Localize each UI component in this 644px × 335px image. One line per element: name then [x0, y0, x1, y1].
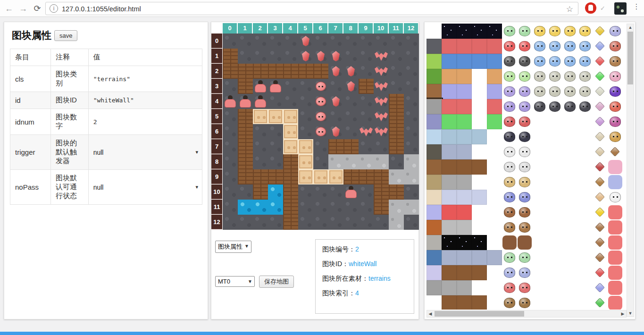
map-cell-floor[interactable] — [359, 109, 374, 124]
map-cell-slime[interactable] — [313, 79, 328, 94]
map-cell-water[interactable] — [253, 200, 268, 215]
palette-cell-GWT[interactable] — [457, 220, 472, 235]
map-cell-floor[interactable] — [343, 124, 359, 139]
map-cell-bat[interactable] — [374, 79, 389, 94]
map-cell-brownWall[interactable] — [359, 169, 374, 184]
map-cell-floor[interactable] — [404, 94, 419, 109]
palette-cell-cDR[interactable] — [608, 250, 623, 265]
map-cell-brownWall[interactable] — [374, 200, 389, 215]
map-cell-floor[interactable] — [343, 200, 359, 215]
palette-cell-cBS[interactable] — [517, 190, 532, 205]
palette-cell-cDR[interactable] — [608, 295, 623, 310]
palette-cell-cKN[interactable] — [577, 84, 593, 99]
palette-cell-NS[interactable] — [442, 24, 457, 39]
reload-icon[interactable]: ⟳ — [31, 2, 43, 15]
palette-cell-cPB[interactable] — [517, 84, 532, 99]
palette-cell-cRB[interactable] — [502, 114, 517, 129]
map-cell-floor[interactable] — [268, 34, 283, 49]
map-cell-redGem[interactable] — [343, 79, 359, 94]
map-cell-whiteWall[interactable] — [283, 139, 298, 154]
palette-cell-cFY[interactable] — [608, 69, 623, 84]
palette-cell-cZB[interactable] — [517, 250, 532, 265]
scroll-up-icon[interactable]: ▲ — [627, 24, 634, 31]
palette-cell-LAT[interactable] — [472, 129, 487, 144]
palette-cell-cGO[interactable] — [502, 205, 517, 220]
map-cell-floor[interactable] — [343, 49, 359, 64]
palette-cell-cDR[interactable] — [608, 265, 623, 280]
palette-cell-cGK[interactable] — [502, 175, 517, 190]
palette-cell-cKG[interactable] — [608, 114, 623, 129]
map-cell-redGem[interactable] — [328, 124, 343, 139]
map-cell-brownWall[interactable] — [268, 169, 283, 184]
palette-cell-BRS[interactable] — [442, 159, 457, 175]
palette-cell-RW[interactable] — [487, 39, 502, 54]
save-map-button[interactable]: 保存地图 — [259, 276, 294, 288]
map-cell-water[interactable] — [268, 184, 283, 200]
palette-cell-NS[interactable] — [472, 24, 487, 39]
palette-cell-cDD[interactable] — [547, 99, 562, 114]
palette-cell-cGH1[interactable] — [517, 265, 532, 280]
map-cell-floor[interactable] — [343, 109, 359, 124]
map-cell-floor[interactable] — [223, 169, 238, 184]
palette-cell-RK[interactable] — [427, 175, 442, 190]
map-cell-floor[interactable] — [298, 215, 313, 230]
palette-cell-iKB[interactable] — [593, 39, 608, 54]
palette-cell-iCN[interactable] — [593, 190, 608, 205]
palette-cell-BW[interactable] — [487, 54, 502, 69]
scroll-right-icon[interactable]: ▶ — [619, 310, 626, 317]
map-cell-floor[interactable] — [374, 139, 389, 154]
save-button[interactable]: save — [54, 30, 77, 41]
palette-cell-BRS[interactable] — [472, 159, 487, 175]
map-cell-floor[interactable] — [328, 34, 343, 49]
palette-cell-cZB[interactable] — [502, 250, 517, 265]
map-cell-ground[interactable] — [404, 200, 419, 215]
map-cell-floor[interactable] — [268, 124, 283, 139]
palette-cell-cPB2[interactable] — [502, 99, 517, 114]
palette-cell-iSF[interactable] — [593, 175, 608, 190]
palette-cell-RW[interactable] — [472, 39, 487, 54]
map-cell-brownWall[interactable] — [283, 154, 298, 169]
palette-cell-BRS[interactable] — [442, 265, 457, 280]
palette-cell-BRS[interactable] — [457, 295, 472, 310]
map-cell-brownWall[interactable] — [238, 64, 253, 79]
map-cell-floor[interactable] — [298, 109, 313, 124]
map-cell-bat[interactable] — [374, 64, 389, 79]
palette-cell-PS[interactable] — [427, 205, 442, 220]
palette-cell-GBS[interactable] — [442, 280, 457, 295]
idnum-value[interactable]: 2 — [88, 109, 202, 135]
page-info-icon[interactable]: i — [50, 4, 58, 13]
palette-cell-cGS2[interactable] — [502, 220, 517, 235]
palette-cell-BRS[interactable] — [472, 295, 487, 310]
profile-avatar[interactable] — [614, 2, 627, 15]
map-cell-floor[interactable] — [268, 215, 283, 230]
palette-cell-STP[interactable] — [457, 250, 472, 265]
map-cell-floor[interactable] — [238, 34, 253, 49]
palette-cell-cKN[interactable] — [547, 69, 562, 84]
map-cell-brownWall[interactable] — [374, 184, 389, 200]
map-cell-brownWall[interactable] — [238, 169, 253, 184]
palette-cell-LAV[interactable] — [442, 205, 457, 220]
map-cell-brownWall[interactable] — [238, 109, 253, 124]
palette-cell-cBG[interactable] — [562, 54, 577, 69]
map-cell-floor[interactable] — [223, 200, 238, 215]
map-cell-floor[interactable] — [223, 109, 238, 124]
palette-cell-iSC[interactable] — [593, 129, 608, 144]
palette-cell-iWR[interactable] — [593, 250, 608, 265]
map-cell-floor[interactable] — [223, 154, 238, 169]
palette-cell-cKN[interactable] — [532, 84, 547, 99]
map-cell-priest[interactable] — [343, 184, 359, 200]
url-text[interactable]: 127.0.0.1:1055/editor.html — [62, 5, 141, 13]
map-cell-brownWall[interactable] — [389, 139, 404, 154]
palette-cell-cRP[interactable] — [608, 99, 623, 114]
map-cell-brownWall[interactable] — [298, 64, 313, 79]
map-cell-brownWall[interactable] — [238, 79, 253, 94]
horizontal-scrollbar[interactable]: ◀ ▶ — [427, 310, 627, 318]
map-cell-floor[interactable] — [313, 200, 328, 215]
palette-cell-cPB[interactable] — [502, 84, 517, 99]
map-cell-brownWall[interactable] — [238, 154, 253, 169]
map-cell-brownWall[interactable] — [283, 215, 298, 230]
map-cell-bat[interactable] — [374, 94, 389, 109]
map-cell-floor[interactable] — [298, 184, 313, 200]
palette-cell-GBS[interactable] — [457, 280, 472, 295]
palette-cell-cPR[interactable] — [608, 190, 623, 205]
